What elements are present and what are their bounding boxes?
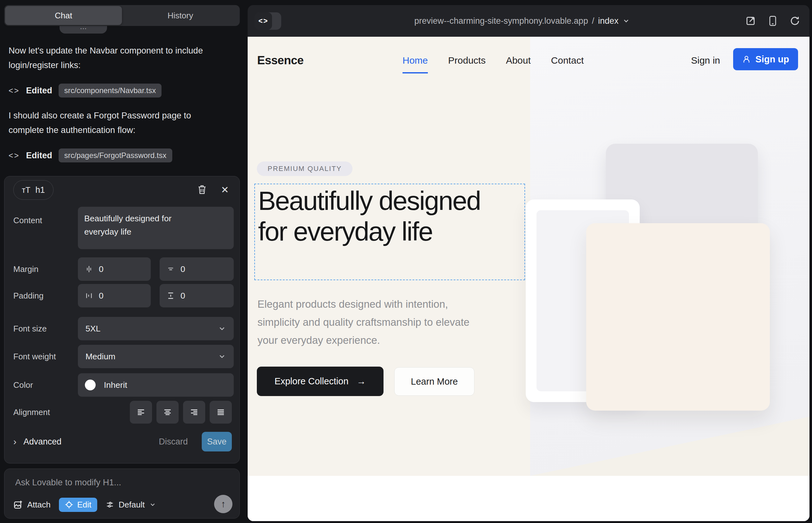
- target-icon: [65, 500, 73, 509]
- color-swatch: [85, 380, 96, 390]
- padding-vertical-icon: [166, 292, 175, 300]
- element-tag-pill[interactable]: тT h1: [13, 180, 54, 200]
- code-view-toggle[interactable]: <>: [254, 12, 281, 30]
- padding-horizontal-input[interactable]: 0: [78, 284, 151, 307]
- edited-file-row: <> Edited src/components/Navbar.tsx: [8, 83, 161, 98]
- align-justify-icon: [216, 408, 226, 417]
- chevron-down-icon: [622, 17, 630, 25]
- tab-chat[interactable]: Chat: [5, 6, 122, 25]
- margin-horizontal-input[interactable]: 0: [78, 257, 151, 281]
- align-justify-button[interactable]: [210, 401, 232, 423]
- chat-history-tabs: Chat History: [4, 5, 240, 26]
- sign-up-button[interactable]: Sign up: [733, 48, 798, 70]
- hero-heading[interactable]: Beautifully designed for everyday life: [258, 185, 486, 247]
- learn-more-button[interactable]: Learn More: [394, 367, 474, 396]
- url-page: index: [598, 16, 618, 26]
- site-footer-section: [248, 476, 810, 521]
- edited-file-row: <> Edited src/pages/ForgotPassword.tsx: [8, 148, 172, 163]
- close-panel-button[interactable]: ✕: [218, 183, 232, 197]
- save-button[interactable]: Save: [202, 432, 232, 451]
- typography-icon: тT: [22, 185, 30, 195]
- margin-vertical-icon: [166, 265, 175, 273]
- browser-actions: [744, 5, 801, 37]
- mode-select[interactable]: Default: [105, 500, 156, 510]
- sign-in-link[interactable]: Sign in: [691, 37, 720, 84]
- refresh-icon: [790, 16, 800, 26]
- send-button[interactable]: ↑: [214, 495, 232, 513]
- assistant-message: I should also create a Forgot Password p…: [8, 108, 203, 138]
- font-size-select[interactable]: 5XL: [78, 317, 234, 340]
- hero-cta-row: Explore Collection → Learn More: [257, 366, 474, 396]
- composer-input[interactable]: [15, 477, 224, 488]
- assistant-message: Now let's update the Navbar component to…: [8, 43, 203, 72]
- nav-link-home[interactable]: Home: [403, 55, 428, 73]
- site-logo[interactable]: Essence: [257, 37, 304, 84]
- alignment-label: Alignment: [13, 401, 50, 423]
- arrow-right-icon: →: [357, 376, 366, 386]
- font-weight-label: Font weight: [13, 345, 56, 368]
- app-root: ... Chat History Now let's update the Na…: [0, 0, 812, 523]
- align-center-button[interactable]: [156, 401, 179, 423]
- editor-footer: › Advanced Discard Save: [13, 432, 232, 452]
- font-size-label: Font size: [13, 317, 47, 340]
- attach-image-icon: [13, 500, 23, 509]
- color-label: Color: [13, 373, 33, 397]
- code-icon: <>: [259, 17, 268, 25]
- chat-composer: Attach Edit Default ↑: [4, 469, 240, 519]
- mobile-view-button[interactable]: [766, 15, 779, 27]
- tab-history[interactable]: History: [122, 6, 239, 25]
- refresh-button[interactable]: [789, 15, 801, 27]
- premium-quality-badge: PREMIUM QUALITY: [257, 161, 352, 176]
- decorative-card-cream: [586, 223, 770, 411]
- site-viewport: Essence Home Products About Contact Sign…: [248, 37, 810, 521]
- margin-vertical-input[interactable]: 0: [160, 257, 234, 281]
- truncated-message-bubble: ...: [59, 25, 107, 34]
- hero-description: Elegant products designed with intention…: [258, 295, 473, 349]
- padding-horizontal-icon: [85, 292, 93, 300]
- content-textarea[interactable]: Beautifully designed for everyday life: [78, 207, 234, 249]
- attach-button[interactable]: Attach: [13, 500, 51, 510]
- file-chip[interactable]: src/components/Navbar.tsx: [58, 84, 161, 97]
- nav-link-contact[interactable]: Contact: [551, 55, 584, 66]
- padding-vertical-input[interactable]: 0: [160, 284, 234, 307]
- nav-link-products[interactable]: Products: [448, 55, 486, 66]
- arrow-up-icon: ↑: [221, 499, 226, 509]
- edit-action-label: Edited: [26, 86, 52, 96]
- external-link-icon: [745, 16, 756, 26]
- font-weight-select[interactable]: Medium: [78, 345, 234, 368]
- edit-mode-pill[interactable]: Edit: [59, 498, 97, 512]
- delete-element-button[interactable]: [195, 183, 209, 197]
- align-right-icon: [189, 408, 199, 417]
- align-left-icon: [136, 408, 146, 417]
- composer-toolbar: Attach Edit Default: [13, 497, 212, 512]
- align-left-button[interactable]: [130, 401, 152, 423]
- open-in-new-tab-button[interactable]: [744, 15, 757, 27]
- alignment-buttons: [130, 401, 232, 423]
- element-editor-panel: тT h1 ✕ Content Beautifully designed for…: [4, 176, 240, 464]
- content-label: Content: [13, 207, 42, 249]
- discard-button[interactable]: Discard: [159, 437, 188, 447]
- selected-element-outline[interactable]: Beautifully designed for everyday life: [254, 184, 525, 280]
- url-host: preview--charming-site-symphony.lovable.…: [414, 16, 588, 26]
- padding-label: Padding: [13, 284, 43, 307]
- align-right-button[interactable]: [183, 401, 205, 423]
- close-icon: ✕: [221, 184, 229, 195]
- chevron-right-icon: ›: [13, 436, 16, 447]
- explore-collection-button[interactable]: Explore Collection →: [257, 366, 384, 396]
- code-icon: <>: [8, 86, 20, 95]
- mobile-phone-icon: [768, 16, 777, 26]
- browser-preview: <> preview--charming-site-symphony.lovab…: [248, 5, 810, 521]
- site-nav-links: Home Products About Contact: [403, 37, 584, 84]
- url-breadcrumb[interactable]: preview--charming-site-symphony.lovable.…: [414, 5, 630, 37]
- color-select[interactable]: Inherit: [78, 373, 234, 397]
- browser-toolbar: <> preview--charming-site-symphony.lovab…: [248, 5, 810, 37]
- file-chip[interactable]: src/pages/ForgotPassword.tsx: [58, 148, 172, 162]
- nav-link-about[interactable]: About: [506, 55, 530, 66]
- chevron-down-icon: [218, 325, 226, 333]
- advanced-toggle[interactable]: › Advanced: [13, 436, 61, 447]
- sliders-icon: [105, 500, 114, 509]
- edit-action-label: Edited: [26, 151, 52, 161]
- chevron-down-icon: [218, 353, 226, 361]
- margin-horizontal-icon: [85, 265, 93, 273]
- user-icon: [742, 55, 751, 64]
